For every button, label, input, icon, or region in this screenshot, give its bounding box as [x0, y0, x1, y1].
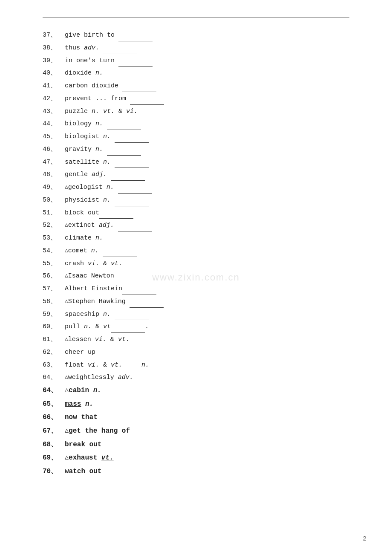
item-number: 50、 [43, 194, 65, 206]
list-item: 67、 △get the hang of [43, 425, 349, 438]
item-number: 40、 [43, 67, 65, 79]
answer-blank [107, 124, 141, 130]
item-number: 54、 [43, 245, 65, 257]
item-entry: △Stephen Hawking [65, 296, 349, 308]
triangle-marker: △ [65, 247, 68, 254]
item-number: 62、 [43, 347, 65, 358]
list-item: 56、 △Isaac Newton [43, 270, 349, 282]
triangle-marker: △ [65, 272, 68, 279]
list-item: 49、 △geologist n. [43, 182, 349, 194]
list-item: 62、 cheer up [43, 347, 349, 358]
item-entry: pull n. & vt. [65, 321, 349, 333]
item-number: 53、 [43, 232, 65, 244]
list-item: 70、 watch out [43, 465, 349, 478]
answer-blank [103, 48, 137, 54]
item-number: 45、 [43, 131, 65, 143]
item-number: 47、 [43, 156, 65, 168]
answer-blank [122, 86, 156, 92]
answer-blank [107, 73, 141, 79]
item-entry: △extinct adj. [65, 220, 349, 231]
list-item: 37、 give birth to [43, 29, 349, 41]
answer-blank [118, 187, 152, 194]
item-number: 64、 [43, 384, 65, 397]
triangle-marker: △ [65, 454, 69, 461]
item-number: 41、 [43, 80, 65, 92]
answer-blank [107, 149, 141, 156]
item-number: 69、 [43, 452, 65, 465]
item-number: 55、 [43, 258, 65, 270]
item-entry: float vi. & vt. n. [65, 359, 349, 371]
answer-blank [118, 225, 152, 231]
answer-blank [118, 35, 153, 41]
item-entry: climate n. [65, 232, 349, 244]
list-item: 65、 mass n. [43, 398, 349, 411]
item-entry: biologist n. [65, 131, 349, 143]
item-entry: △lessen vi. & vt. [65, 334, 349, 346]
answer-blank [99, 212, 133, 219]
item-number: 49、 [43, 182, 65, 194]
item-number: 58、 [43, 296, 65, 308]
item-number: 60、 [43, 321, 65, 333]
item-number: 42、 [43, 93, 65, 105]
item-entry: △Isaac Newton [65, 270, 349, 282]
item-number: 65、 [43, 398, 65, 411]
list-item: 63、 float vi. & vt. n. [43, 359, 349, 371]
list-item: 69、 △exhaust vt. [43, 452, 349, 465]
list-item: 58、 △Stephen Hawking [43, 296, 349, 308]
triangle-marker: △ [65, 222, 68, 228]
item-number: 63、 [43, 359, 65, 371]
item-number: 38、 [43, 42, 65, 54]
item-number: 52、 [43, 220, 65, 231]
item-entry: break out [65, 439, 349, 451]
list-item: 68、 break out [43, 439, 349, 451]
item-entry: △geologist n. [65, 182, 349, 194]
item-number: 43、 [43, 106, 65, 118]
item-entry: crash vi. & vt. [65, 258, 349, 270]
list-item: 43、 puzzle n. vt. & vi. [43, 106, 349, 118]
list-item: 59、 spaceship n. [43, 309, 349, 321]
item-number: 56、 [43, 270, 65, 282]
answer-blank [111, 327, 145, 333]
triangle-marker: △ [65, 427, 69, 434]
triangle-marker: △ [65, 336, 68, 342]
item-number: 57、 [43, 283, 65, 295]
item-entry: gravity n. [65, 144, 349, 156]
list-item: 66、 now that [43, 411, 349, 424]
list-item: 64、 △weightlessly adv. [43, 372, 349, 384]
item-entry: thus adv. [65, 42, 349, 54]
item-entry: biology n. [65, 118, 349, 130]
answer-blank [122, 289, 156, 295]
item-number: 64、 [43, 372, 65, 384]
item-entry: Albert Einstein [65, 283, 349, 295]
item-entry: prevent ... from [65, 93, 349, 105]
item-entry: △get the hang of [65, 425, 349, 438]
answer-blank [141, 111, 176, 117]
item-number: 70、 [43, 465, 65, 478]
top-divider [43, 17, 349, 17]
item-entry: △comet n. [65, 245, 349, 257]
triangle-marker: △ [65, 387, 69, 394]
answer-blank [115, 162, 149, 168]
item-number: 44、 [43, 118, 65, 130]
item-entry: △exhaust vt. [65, 452, 349, 465]
triangle-marker: △ [65, 374, 68, 380]
item-entry: mass n. [65, 398, 349, 411]
answer-blank [107, 238, 141, 244]
answer-blank [114, 276, 148, 282]
item-entry: △cabin n. [65, 384, 349, 397]
list-item: 44、 biology n. [43, 118, 349, 130]
list-item: 45、 biologist n. [43, 131, 349, 143]
list-item: 51、 block out [43, 207, 349, 219]
list-item: 38、 thus adv. [43, 42, 349, 54]
answer-blank [130, 301, 164, 308]
list-item: 46、 gravity n. [43, 144, 349, 156]
answer-blank [130, 98, 164, 105]
item-entry: satellite n. [65, 156, 349, 168]
item-entry: puzzle n. vt. & vi. [65, 106, 349, 118]
list-item: 50、 physicist n. [43, 194, 349, 206]
triangle-marker: △ [65, 298, 68, 304]
answer-blank [103, 251, 137, 257]
item-number: 46、 [43, 144, 65, 156]
answer-blank [115, 200, 149, 206]
list-item: 54、 △comet n. [43, 245, 349, 257]
